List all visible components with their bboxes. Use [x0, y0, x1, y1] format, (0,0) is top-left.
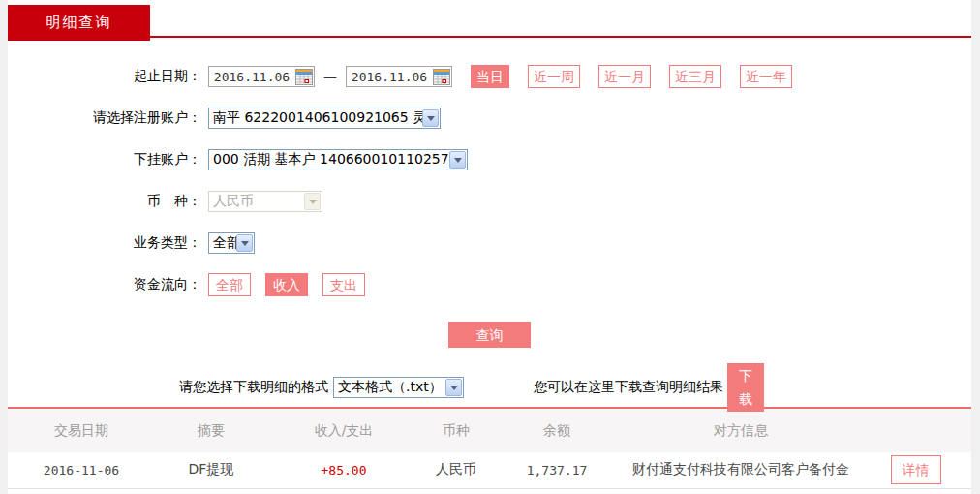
header-date: 交易日期 — [8, 409, 155, 452]
cell-summary: DF提现 — [155, 452, 267, 488]
date-range-label: 起止日期： — [8, 68, 208, 85]
sub-account-label: 下挂账户： — [8, 151, 208, 169]
currency-value: 人民币 — [209, 193, 304, 210]
sub-account-select[interactable]: 000 活期 基本户 1406600101102571848 — [208, 149, 468, 170]
download-hint: 您可以在这里下载查询明细结果 — [534, 379, 723, 396]
query-button[interactable]: 查询 — [448, 322, 531, 348]
calendar-icon[interactable] — [294, 67, 314, 86]
header-amount: 收入/支出 — [267, 409, 420, 452]
fund-flow-all-button[interactable]: 全部 — [208, 273, 251, 296]
currency-label: 币 种： — [8, 193, 208, 210]
calendar-icon[interactable] — [432, 67, 451, 86]
business-type-row: 业务类型： 全部 — [8, 232, 971, 255]
cell-amount: +85.00 — [267, 452, 420, 488]
table-row: 2016-11-06 DF提现 +85.00 人民币 1,737.17 财付通支… — [8, 452, 971, 488]
chevron-down-icon — [304, 193, 321, 210]
download-button[interactable]: 下载 — [727, 363, 764, 412]
currency-row: 币 种： 人民币 — [8, 190, 971, 213]
header-summary: 摘要 — [155, 409, 267, 452]
start-date-input[interactable]: 2016.11.06 — [208, 66, 315, 87]
quick-range-month-button[interactable]: 近一月 — [598, 65, 651, 88]
register-account-value: 南平 6222001406100921065 灵通卡 — [209, 109, 422, 127]
end-date-input[interactable]: 2016.11.06 — [346, 66, 452, 87]
chevron-down-icon — [236, 234, 253, 252]
cell-action: 详情 — [860, 452, 971, 488]
query-row: 查询 — [8, 322, 971, 348]
download-format-label: 请您选择下载明细的格式 — [179, 379, 328, 396]
download-row: 请您选择下载明细的格式 文本格式（.txt） 您可以在这里下载查询明细结果 下载 — [8, 376, 971, 399]
table-header: 交易日期 摘要 收入/支出 币种 余额 对方信息 — [8, 409, 971, 452]
download-format-select[interactable]: 文本格式（.txt） — [333, 377, 464, 398]
quick-range-today-button[interactable]: 当日 — [471, 65, 509, 88]
cell-currency: 人民币 — [420, 452, 492, 488]
cell-date: 2016-11-06 — [8, 452, 155, 488]
quick-range-week-button[interactable]: 近一周 — [528, 65, 580, 88]
tab-bar: 明细查询 — [8, 0, 971, 38]
sub-account-value: 000 活期 基本户 1406600101102571848 — [209, 151, 449, 169]
results-table: 交易日期 摘要 收入/支出 币种 余额 对方信息 2016-11-06 DF提现… — [8, 407, 971, 489]
quick-range-year-button[interactable]: 近一年 — [740, 65, 792, 88]
tab-detail-query[interactable]: 明细查询 — [8, 5, 150, 41]
cell-balance: 1,737.17 — [492, 452, 622, 488]
chevron-down-icon — [422, 109, 439, 127]
fund-flow-expense-button[interactable]: 支出 — [322, 273, 365, 296]
sub-account-row: 下挂账户： 000 活期 基本户 1406600101102571848 — [8, 148, 971, 171]
detail-button[interactable]: 详情 — [891, 455, 941, 484]
fund-flow-label: 资金流向： — [8, 276, 208, 293]
currency-select: 人民币 — [208, 191, 322, 212]
business-type-select[interactable]: 全部 — [208, 232, 255, 254]
business-type-label: 业务类型： — [8, 234, 208, 252]
content-panel: 明细查询 起止日期： 2016.11.06 — 2016.11.0 — [8, 0, 971, 494]
business-type-value: 全部 — [209, 234, 236, 252]
start-date-value: 2016.11.06 — [209, 70, 294, 84]
chevron-down-icon — [445, 379, 462, 396]
date-range-row: 起止日期： 2016.11.06 — 2016.11.06 — [8, 65, 971, 88]
header-counterparty: 对方信息 — [622, 409, 860, 452]
header-balance: 余额 — [492, 409, 622, 452]
query-form: 起止日期： 2016.11.06 — 2016.11.06 — [8, 38, 971, 399]
date-separator: — — [323, 69, 337, 84]
header-currency: 币种 — [420, 409, 492, 452]
download-format-value: 文本格式（.txt） — [334, 379, 445, 396]
chevron-down-icon — [449, 151, 466, 169]
end-date-value: 2016.11.06 — [347, 70, 432, 84]
register-account-select[interactable]: 南平 6222001406100921065 灵通卡 — [208, 108, 441, 129]
fund-flow-row: 资金流向： 全部 收入 支出 — [8, 273, 971, 296]
register-account-label: 请选择注册账户： — [8, 109, 208, 127]
fund-flow-income-button[interactable]: 收入 — [265, 273, 308, 296]
quick-range-quarter-button[interactable]: 近三月 — [669, 65, 721, 88]
header-action — [860, 409, 971, 452]
cell-counterparty: 财付通支付科技有限公司客户备付金 — [622, 452, 860, 488]
register-account-row: 请选择注册账户： 南平 6222001406100921065 灵通卡 — [8, 107, 971, 130]
